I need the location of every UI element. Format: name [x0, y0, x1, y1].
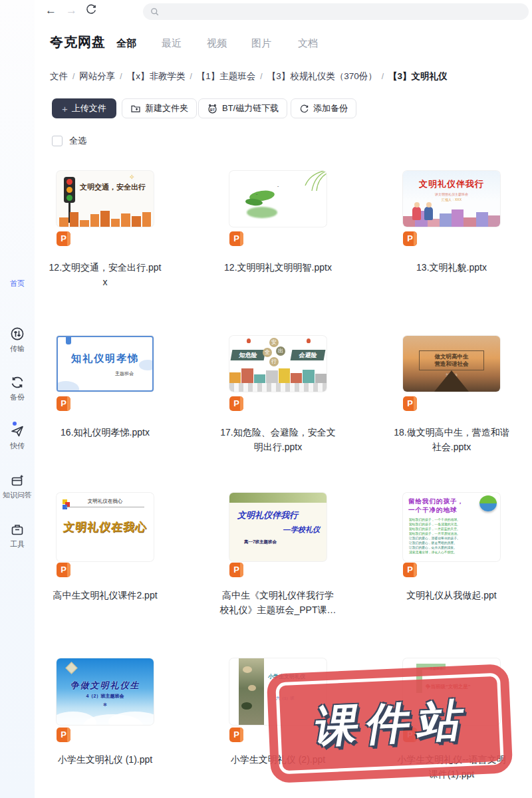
new-folder-button[interactable]: 新建文件夹 [122, 98, 197, 118]
banner-label: 会避险 [291, 350, 326, 360]
street-buildings-graphic [229, 368, 327, 383]
file-name[interactable]: 12.文明明礼文明明智.pptx [203, 260, 352, 275]
title-box: 做文明高中生营造和谐社会 [419, 350, 484, 370]
thumb-title: 文明礼仪伴我行 [403, 178, 500, 190]
header-band-graphic [229, 493, 327, 503]
ppt-file-icon: P [57, 396, 70, 411]
file-thumbnail[interactable]: 争做文明礼仪生 4（2）班主题班会 ✻ [57, 658, 154, 725]
ppt-file-icon: P [403, 728, 417, 742]
sidebar-item-home[interactable]: 首页 [0, 277, 35, 289]
divider-line [66, 507, 144, 507]
file-card: 主题班会: 争当班级“文明之星” P 小学生文明礼仪--语言文明课件(1).pp… [397, 658, 506, 725]
sidebar-item-label: 备份 [0, 392, 35, 402]
left-sidebar: 首页 传输 备份 快传 知识问答 [0, 0, 35, 798]
poem-text: 留给我们的孩子，一个干净的地球。 留给我们的孩子，一条清澈的河流。 留给我们的孩… [409, 517, 460, 555]
file-thumbnail[interactable]: ˇ ˇ [229, 171, 327, 227]
thumb-subtitle: —学校礼仪 [283, 525, 320, 535]
thumb-subtitle: 主题班会 [115, 370, 134, 377]
file-name[interactable]: 小学生文明礼仪 (1).ppt [31, 752, 180, 767]
file-thumbnail[interactable]: 主题班会: 争当班级“文明之星” [403, 658, 500, 725]
plus-icon: + [62, 103, 68, 114]
refresh-icon[interactable] [85, 3, 97, 15]
breadcrumb-item[interactable]: 【1】主题班会 [197, 70, 256, 82]
file-thumbnail[interactable]: 小学生文明礼仪 六（1）班 [229, 658, 327, 725]
file-name[interactable]: 文明礼仪从我做起.ppt [377, 588, 526, 602]
thumb-header: 主题班会: [430, 666, 444, 670]
back-icon[interactable]: ← [45, 4, 57, 17]
file-thumbnail[interactable]: 文明礼仪伴我行 —学校礼仪 高一7班主题班会 [229, 493, 327, 561]
tab-recent[interactable]: 最近 [162, 37, 182, 50]
file-card: 文明礼仪在我心 文明礼仪在我心 P 高中生文明礼仪课件2.ppt [51, 493, 160, 561]
breadcrumb-separator: / [72, 72, 74, 81]
breadcrumb-separator: / [190, 72, 192, 81]
breadcrumb-current: 【3】文明礼仪 [388, 70, 448, 82]
search-input[interactable] [143, 3, 529, 20]
earth-globe-graphic [479, 495, 497, 511]
add-backup-button[interactable]: 添加备份 [291, 98, 356, 118]
ppt-file-icon: P [229, 396, 243, 411]
sidebar-item-tools[interactable]: 工具 [0, 521, 35, 549]
file-thumbnail[interactable]: 文明交通，安全出行 ✧ [57, 171, 154, 227]
sidebar-item-label: 工具 [0, 539, 35, 549]
notification-dot [13, 422, 17, 426]
knowledge-box-icon [9, 472, 25, 488]
circle-char: 全 [263, 348, 272, 357]
tab-video[interactable]: 视频 [207, 37, 227, 50]
breadcrumb-separator: / [120, 72, 122, 81]
sidebar-item-quick-send[interactable]: 快传 [0, 423, 35, 451]
breadcrumb-item[interactable]: 【3】校规礼仪类（370份） [267, 70, 377, 82]
thumb-subtitle: 六（1）班 [276, 696, 294, 702]
app-title: 夸克网盘 [50, 33, 106, 51]
bird-graphic: ˇ [277, 186, 279, 190]
file-name[interactable]: 18.做文明高中生，营造和谐社会.pptx [377, 425, 526, 454]
file-thumbnail[interactable]: 文明礼仪伴我行 讲文明懂礼仪主题班会 汇报人：XXX [403, 171, 500, 227]
file-thumbnail[interactable]: 知危险 会避险 安 全 出 行 [229, 336, 327, 392]
svg-text:BT: BT [210, 107, 215, 111]
cloud-graphic [139, 360, 154, 370]
tab-image[interactable]: 图片 [251, 37, 271, 50]
file-name[interactable]: 小学生文明礼仪--语言文明课件(1).ppt [377, 752, 526, 781]
file-thumbnail[interactable]: 知礼仪明孝悌 主题班会 [57, 336, 154, 392]
file-thumbnail[interactable]: 文明礼仪在我心 文明礼仪在我心 [57, 493, 154, 561]
file-name[interactable]: 高中生《文明礼仪伴我行学校礼仪》主题班会_PPT课… [203, 588, 352, 617]
ppt-file-icon: P [57, 563, 70, 577]
sidebar-item-transfer[interactable]: 传输 [0, 326, 35, 354]
tab-document[interactable]: 文档 [298, 37, 318, 50]
upload-file-label: 上传文件 [72, 102, 106, 114]
circle-char: 安 [269, 338, 279, 347]
select-all-checkbox[interactable] [52, 136, 63, 146]
sidebar-item-knowledge-qa[interactable]: 知识问答 [0, 472, 35, 500]
file-card: ˇ ˇ P 12.文明明礼文明明智.pptx [223, 171, 332, 227]
thumb-title: 小学生文明礼仪 [268, 673, 305, 680]
sidebar-item-label: 知识问答 [0, 490, 35, 500]
circle-char: 行 [269, 357, 279, 366]
circle-char: 出 [276, 346, 285, 356]
file-name[interactable]: 13.文明礼貌.pptx [377, 260, 526, 275]
bt-magnet-download-button[interactable]: BT BT/磁力链下载 [198, 98, 287, 118]
thumb-title: 文明交通，安全出行 [80, 182, 146, 192]
breadcrumb-item[interactable]: 【x】非教学类 [127, 70, 186, 82]
breadcrumb-item[interactable]: 网站分享 [79, 70, 115, 82]
banner-label: 知危险 [231, 350, 266, 360]
upload-file-button[interactable]: + 上传文件 [52, 98, 116, 118]
breadcrumb: 文件 / 网站分享 / 【x】非教学类 / 【1】主题班会 / 【3】校规礼仪类… [50, 70, 512, 82]
tab-all[interactable]: 全部 [116, 37, 136, 50]
thumb-title: 文明礼仪在我心 [57, 519, 154, 535]
file-name[interactable]: 12.文明交通，安全出行.pptx [31, 260, 180, 289]
file-card: 文明礼仪伴我行 —学校礼仪 高一7班主题班会 P 高中生《文明礼仪伴我行学校礼仪… [223, 493, 332, 561]
forward-icon[interactable]: → [66, 4, 77, 17]
file-name[interactable]: 16.知礼仪明孝悌.pptx [31, 425, 180, 440]
cloud-graphic [57, 381, 79, 392]
file-name[interactable]: 小学生文明礼仪 (2).ppt [203, 752, 352, 767]
thumb-title: 争做文明礼仪生 [57, 680, 154, 692]
ppt-file-icon: P [403, 231, 417, 246]
bt-download-label: BT/磁力链下载 [222, 102, 279, 114]
file-name[interactable]: 17.知危险、会避险，安全文明出行.pptx [203, 425, 352, 454]
file-thumbnail[interactable]: 做文明高中生营造和谐社会 主题班会 [403, 336, 500, 392]
flower-graphic [241, 702, 252, 710]
file-name[interactable]: 高中生文明礼仪课件2.ppt [31, 588, 180, 602]
file-thumbnail[interactable]: 留给我们的孩子，一个干净的地球 留给我们的孩子，一个干净的地球。 留给我们的孩子… [403, 493, 500, 561]
sidebar-item-backup[interactable]: 备份 [0, 374, 35, 402]
breadcrumb-item[interactable]: 文件 [50, 70, 68, 82]
cartoon-child-graphic [412, 207, 421, 220]
